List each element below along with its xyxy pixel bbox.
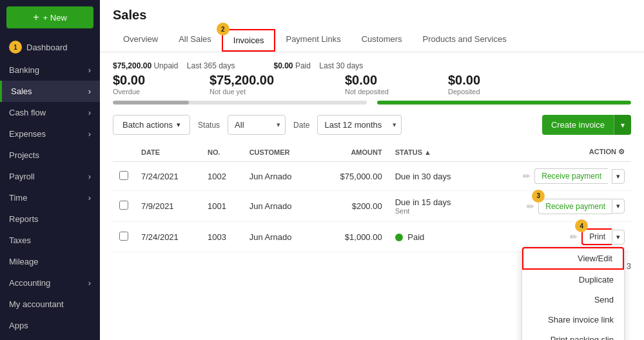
dropdown-item-send[interactable]: Send [522,290,624,310]
progress-bar-right [377,101,631,105]
create-invoice-button[interactable]: Create invoice [542,115,614,135]
status-select[interactable]: All Draft Sent Overdue Paid [228,115,286,135]
action-dropdown-menu: View/Edit Duplicate Send S [522,246,625,340]
overdue-value: $0.00 [113,73,190,88]
big-numbers: $0.00 Overdue $75,200.00 Not due yet $0.… [113,73,631,95]
status-filter-label: Status [198,121,220,130]
sidebar-item-banking[interactable]: Banking › [0,59,100,81]
sidebar-item-my-accountant-label: My accountant [9,299,64,309]
row-3-status: Paid [389,222,480,252]
paid-period: Last 30 days [319,61,363,70]
toolbar: Batch actions ▾ Status All Draft Sent Ov… [113,115,631,135]
chevron-right-icon-cashflow: › [88,108,91,117]
paid-label: Paid [295,61,311,70]
row-2-receive-payment-button[interactable]: Receive payment [538,199,612,214]
chevron-down-icon: ▾ [177,121,181,129]
sidebar-item-time-label: Time [9,193,27,203]
sidebar-item-sales[interactable]: Sales › [0,81,100,102]
row-3-print-button[interactable]: Print [581,228,612,245]
col-date: DATE [135,143,201,162]
sidebar-item-apps[interactable]: Apps [0,315,100,336]
chevron-right-icon-expenses: › [88,129,91,139]
plus-icon: + [33,12,39,23]
row-3-action-dropdown-button[interactable]: ▾ [612,230,625,245]
sidebar-item-expenses-label: Expenses [9,129,46,139]
row-1-no: 1002 [201,162,243,191]
sidebar-item-mileage[interactable]: Mileage [0,251,100,272]
not-deposited-value-block: $0.00 Not deposited [345,73,429,95]
sidebar-item-payroll[interactable]: Payroll › [0,166,100,187]
sidebar-item-reports[interactable]: Reports [0,208,100,230]
content-area: $75,200.00 Unpaid Last 365 days $0.00 Pa… [100,52,644,340]
sidebar: + + New 1 Dashboard Banking › Sales › Ca… [0,0,100,340]
tab-payment-links[interactable]: Payment Links [275,29,351,52]
create-invoice-btn-group: Create invoice ▾ [542,115,631,135]
row-2-no: 1001 [201,191,243,222]
tab-products-services[interactable]: Products and Services [413,29,517,52]
sidebar-item-sales-label: Sales [11,86,32,96]
deposited-value: $0.00 [448,73,512,88]
dropdown-item-share-invoice-link[interactable]: Share invoice link [522,310,624,330]
row-2-status-line2: Sent [395,207,473,215]
row-1-edit-icon[interactable]: ✏ [523,171,531,181]
col-customer: CUSTOMER [243,143,316,162]
tab-all-sales[interactable]: All Sales [168,29,222,52]
date-select[interactable]: Last 12 months Last 30 days Last 365 day… [317,115,402,135]
row-3-edit-icon[interactable]: ✏ [570,232,578,242]
date-filter-label: Date [293,121,309,130]
row-2-edit-icon[interactable]: ✏ [527,201,534,212]
create-invoice-dropdown-button[interactable]: ▾ [614,115,631,135]
sidebar-item-live-bookkeeping[interactable]: Live Bookkeeping [0,336,100,340]
deposited-label: Deposited [448,88,512,95]
dropdown-item-print-packing-slip[interactable]: Print packing slip [522,330,624,340]
not-due-value-block: $75,200.00 Not due yet [210,73,306,95]
row-3-no: 1003 [201,222,243,252]
dropdown-item-view-edit[interactable]: View/Edit [522,247,624,270]
dropdown-item-duplicate[interactable]: Duplicate [522,270,624,290]
sidebar-item-projects[interactable]: Projects [0,145,100,166]
row-2-checkbox[interactable] [119,201,128,210]
paid-amount-header: $0.00 [274,61,293,70]
new-button[interactable]: + + New [6,6,93,28]
sidebar-item-cashflow[interactable]: Cash flow › [0,102,100,123]
overdue-value-block: $0.00 Overdue [113,73,190,95]
tab-overview[interactable]: Overview [113,29,168,52]
sidebar-item-apps-label: Apps [9,321,28,330]
sidebar-item-cashflow-label: Cash flow [9,108,46,117]
col-checkbox [113,143,135,162]
table-row: 7/24/2021 1002 Jun Arnado $75,000.00 Due… [113,162,631,191]
row-3-checkbox[interactable] [119,232,128,241]
row-2-action-dropdown-button[interactable]: ▾ [612,199,625,214]
not-deposited-value: $0.00 [345,73,429,88]
badge-3: 3 [532,190,545,203]
row-2-status: Due in 15 days Sent [389,191,480,222]
tab-bar: Overview All Sales 2 Invoices Payment Li… [113,29,631,52]
unpaid-stat: $75,200.00 Unpaid Last 365 days [113,61,235,70]
chevron-right-icon-sales: › [88,86,91,96]
row-1-receive-payment-button[interactable]: Receive payment [534,168,608,184]
row-1-checkbox[interactable] [119,171,128,180]
sidebar-item-my-accountant[interactable]: My accountant [0,294,100,315]
row-1-customer: Jun Arnado [243,162,316,191]
batch-actions-button[interactable]: Batch actions ▾ [113,115,190,135]
date-select-wrap: Last 12 months Last 30 days Last 365 day… [317,115,402,135]
invoices-table: DATE NO. CUSTOMER AMOUNT STATUS ▲ ACTION… [113,143,631,252]
row-1-action-dropdown-button[interactable]: ▾ [612,169,625,184]
chevron-right-icon-time: › [88,193,91,203]
sidebar-item-taxes[interactable]: Taxes [0,230,100,251]
sidebar-item-expenses[interactable]: Expenses › [0,123,100,145]
tab-invoices[interactable]: 2 Invoices [222,29,276,52]
not-deposited-label: Not deposited [345,88,429,95]
row-2-status-line1: Due in 15 days [395,197,473,207]
sidebar-item-dashboard-label: Dashboard [26,43,68,52]
progress-bar-right-fill [377,101,631,105]
new-button-label: + New [43,13,67,23]
row-2-action: ✏ 3 Receive payment ▾ [480,191,631,222]
sidebar-item-banking-label: Banking [9,65,39,75]
sidebar-item-dashboard[interactable]: 1 Dashboard [0,35,100,59]
sidebar-item-accounting[interactable]: Accounting › [0,272,100,294]
unpaid-label: Unpaid [153,61,178,70]
sidebar-item-time[interactable]: Time › [0,187,100,208]
tab-customers[interactable]: Customers [351,29,413,52]
row-3-amount: $1,000.00 [316,222,389,252]
